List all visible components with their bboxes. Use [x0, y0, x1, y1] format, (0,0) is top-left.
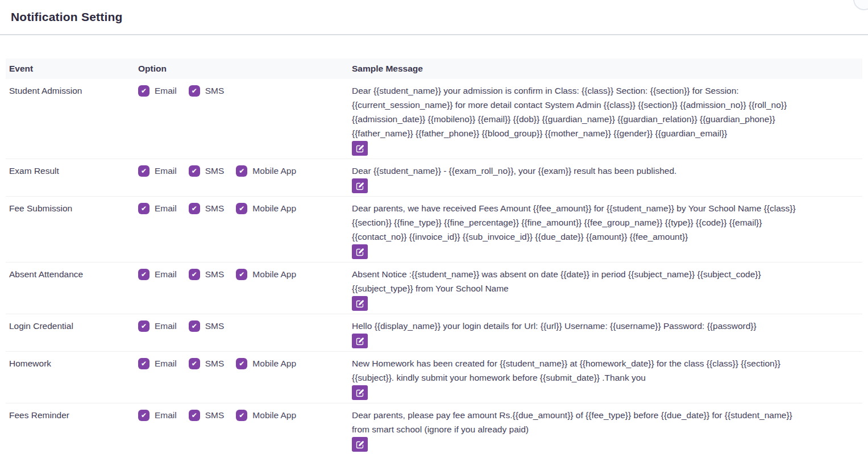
edit-message-button[interactable]: [352, 244, 368, 259]
event-name: Fee Submission: [6, 201, 138, 215]
event-name: Absent Attendance: [6, 267, 138, 281]
option-label: SMS: [205, 321, 225, 331]
table-header-row: Event Option Sample Message: [6, 59, 862, 79]
checkbox-checked-icon[interactable]: ✔: [189, 165, 200, 177]
checkbox-checked-icon[interactable]: ✔: [236, 269, 247, 280]
event-name: Fees Reminder: [6, 408, 138, 422]
edit-pen-square-icon: [356, 440, 364, 449]
checkbox-checked-icon[interactable]: ✔: [189, 269, 200, 280]
table-body: Student Admission ✔Email✔SMS Dear {{stud…: [6, 79, 862, 454]
table-row: Fee Submission ✔Email✔SMS✔Mobile App Dea…: [6, 197, 862, 263]
option-label: Email: [155, 166, 177, 176]
checkbox-checked-icon[interactable]: ✔: [138, 358, 149, 369]
options-cell: ✔Email✔SMS✔Mobile App: [138, 267, 352, 281]
checkbox-checked-icon[interactable]: ✔: [138, 203, 149, 214]
table-row: Exam Result ✔Email✔SMS✔Mobile App Dear {…: [6, 159, 862, 197]
option-email[interactable]: ✔Email: [138, 356, 177, 370]
checkbox-checked-icon[interactable]: ✔: [236, 165, 247, 177]
table-row: Homework ✔Email✔SMS✔Mobile App New Homew…: [6, 352, 862, 403]
checkbox-checked-icon[interactable]: ✔: [138, 85, 149, 97]
event-name: Login Credential: [6, 319, 138, 333]
edit-pen-square-icon: [356, 248, 364, 256]
page-header: Notification Setting: [0, 0, 868, 35]
sample-message: Dear {{student_name}} - {{exam_roll_no}}…: [352, 164, 862, 178]
edit-pen-square-icon: [356, 182, 364, 190]
table-row: Student Admission ✔Email✔SMS Dear {{stud…: [6, 79, 862, 159]
edit-message-button[interactable]: [352, 385, 368, 400]
option-label: Email: [155, 203, 177, 214]
options-cell: ✔Email✔SMS✔Mobile App: [138, 356, 352, 370]
option-sms[interactable]: ✔SMS: [189, 201, 225, 215]
edit-message-button[interactable]: [352, 437, 368, 452]
option-label: Email: [155, 321, 177, 331]
option-mobile-app[interactable]: ✔Mobile App: [236, 267, 296, 281]
option-label: SMS: [205, 269, 225, 280]
option-label: Mobile App: [252, 203, 296, 214]
table-row: Absent Attendance ✔Email✔SMS✔Mobile App …: [6, 263, 862, 314]
edit-pen-square-icon: [356, 144, 364, 153]
message-cell: Dear {{student_name}} - {{exam_roll_no}}…: [352, 164, 862, 193]
checkbox-checked-icon[interactable]: ✔: [189, 203, 200, 214]
option-sms[interactable]: ✔SMS: [189, 164, 225, 178]
options-cell: ✔Email✔SMS✔Mobile App: [138, 201, 352, 215]
checkbox-checked-icon[interactable]: ✔: [189, 85, 200, 97]
message-cell: Hello {{display_name}} your login detail…: [352, 319, 862, 348]
option-mobile-app[interactable]: ✔Mobile App: [236, 201, 296, 215]
option-sms[interactable]: ✔SMS: [189, 356, 225, 370]
option-email[interactable]: ✔Email: [138, 201, 177, 215]
option-email[interactable]: ✔Email: [138, 164, 177, 178]
message-cell: Absent Notice :{{student_name}} was abse…: [352, 267, 862, 311]
checkbox-checked-icon[interactable]: ✔: [138, 269, 149, 280]
option-mobile-app[interactable]: ✔Mobile App: [236, 164, 296, 178]
option-label: Mobile App: [252, 410, 296, 420]
option-email[interactable]: ✔Email: [138, 84, 177, 98]
option-sms[interactable]: ✔SMS: [189, 319, 225, 333]
checkbox-checked-icon[interactable]: ✔: [236, 358, 247, 369]
option-email[interactable]: ✔Email: [138, 408, 177, 422]
edit-pen-square-icon: [356, 337, 364, 345]
option-label: Email: [155, 86, 177, 96]
option-label: SMS: [205, 86, 225, 96]
table-row: Fees Reminder ✔Email✔SMS✔Mobile App Dear…: [6, 403, 862, 454]
checkbox-checked-icon[interactable]: ✔: [236, 203, 247, 214]
sample-message: Absent Notice :{{student_name}} was abse…: [352, 267, 862, 295]
event-name: Homework: [6, 356, 138, 370]
option-sms[interactable]: ✔SMS: [189, 84, 225, 98]
event-name: Student Admission: [6, 84, 138, 98]
option-email[interactable]: ✔Email: [138, 319, 177, 333]
checkbox-checked-icon[interactable]: ✔: [236, 410, 247, 421]
option-mobile-app[interactable]: ✔Mobile App: [236, 408, 296, 422]
checkbox-checked-icon[interactable]: ✔: [189, 320, 200, 332]
option-label: Mobile App: [252, 269, 296, 280]
sample-message: Dear {{student_name}} your admission is …: [352, 84, 862, 140]
options-cell: ✔Email✔SMS✔Mobile App: [138, 408, 352, 422]
option-label: Email: [155, 410, 177, 420]
sample-message: Dear parents, please pay fee amount Rs.{…: [352, 408, 862, 436]
checkbox-checked-icon[interactable]: ✔: [189, 410, 200, 421]
option-sms[interactable]: ✔SMS: [189, 267, 225, 281]
sample-message: Dear parents, we have received Fees Amou…: [352, 201, 862, 244]
checkbox-checked-icon[interactable]: ✔: [189, 358, 200, 369]
message-cell: Dear parents, please pay fee amount Rs.{…: [352, 408, 862, 452]
checkbox-checked-icon[interactable]: ✔: [138, 320, 149, 332]
option-label: Mobile App: [252, 166, 296, 176]
message-cell: New Homework has been created for {{stud…: [352, 356, 862, 400]
edit-message-button[interactable]: [352, 334, 368, 348]
sample-message: Hello {{display_name}} your login detail…: [352, 319, 862, 333]
option-sms[interactable]: ✔SMS: [189, 408, 225, 422]
edit-message-button[interactable]: [352, 178, 368, 193]
edit-pen-square-icon: [356, 299, 364, 308]
checkbox-checked-icon[interactable]: ✔: [138, 410, 149, 421]
option-label: Email: [155, 269, 177, 280]
option-email[interactable]: ✔Email: [138, 267, 177, 281]
edit-message-button[interactable]: [352, 141, 368, 156]
edit-pen-square-icon: [356, 389, 364, 397]
message-cell: Dear {{student_name}} your admission is …: [352, 84, 862, 156]
sample-message: New Homework has been created for {{stud…: [352, 356, 862, 385]
options-cell: ✔Email✔SMS: [138, 84, 352, 98]
event-name: Exam Result: [6, 164, 138, 178]
column-header-sample-message: Sample Message: [352, 59, 862, 79]
edit-message-button[interactable]: [352, 296, 368, 311]
checkbox-checked-icon[interactable]: ✔: [138, 165, 149, 177]
option-mobile-app[interactable]: ✔Mobile App: [236, 356, 296, 370]
